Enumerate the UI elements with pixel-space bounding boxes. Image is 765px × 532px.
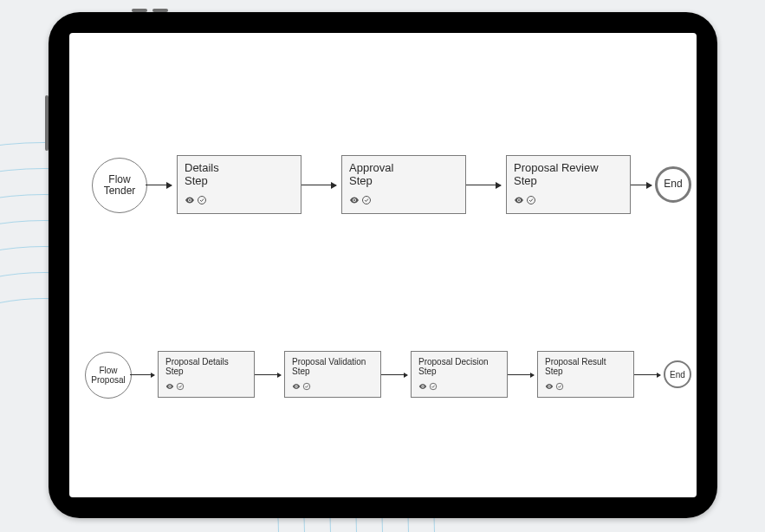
check-circle-icon — [429, 382, 438, 393]
step-title: Proposal Result — [545, 357, 606, 367]
check-circle-icon — [302, 382, 311, 393]
tablet-frame: Flow Tender Details Step Approval Step — [49, 12, 717, 518]
flow2-start-node[interactable]: Flow Proposal — [85, 352, 132, 399]
step-title: Proposal Validation — [292, 357, 366, 367]
eye-icon — [185, 195, 195, 208]
tablet-button — [152, 9, 168, 12]
step-subtitle: Step — [514, 174, 623, 187]
flow2-start-label: Flow Proposal — [86, 366, 131, 385]
flow2-step-proposal-validation[interactable]: Proposal Validation Step — [284, 351, 381, 398]
tablet-button — [132, 9, 147, 12]
svg-point-3 — [177, 383, 184, 390]
check-circle-icon — [361, 195, 372, 208]
flow2-end-label: End — [670, 370, 685, 380]
check-circle-icon — [176, 382, 185, 393]
step-subtitle: Step — [165, 367, 247, 376]
flow2-arrow-1 — [255, 374, 281, 375]
step-title: Proposal Decision — [418, 357, 489, 367]
eye-icon — [418, 382, 427, 393]
flow2-arrow-2 — [381, 374, 407, 375]
tablet-screen: Flow Tender Details Step Approval Step — [69, 33, 697, 497]
svg-point-6 — [556, 383, 563, 390]
step-title: Proposal Details — [165, 357, 229, 367]
check-circle-icon — [197, 195, 207, 208]
flow2-arrow-3 — [508, 374, 534, 375]
step-subtitle: Step — [545, 367, 626, 376]
flow1-arrow-1 — [301, 185, 336, 185]
flow1-arrow-2 — [466, 185, 501, 185]
eye-icon — [545, 382, 554, 393]
step-title: Approval — [349, 161, 393, 174]
step-title: Details — [185, 161, 219, 174]
flow2-step-proposal-details[interactable]: Proposal Details Step — [158, 351, 255, 398]
flow2-end-node[interactable]: End — [664, 360, 691, 388]
check-circle-icon — [555, 382, 564, 393]
flow2-step-proposal-result[interactable]: Proposal Result Step — [537, 351, 634, 398]
tablet-button — [45, 95, 49, 151]
flow1-arrow-3 — [631, 185, 652, 185]
flow1-step-proposal-review[interactable]: Proposal Review Step — [506, 155, 631, 214]
svg-point-4 — [303, 383, 310, 390]
flow1-end-node[interactable]: End — [655, 166, 691, 203]
step-subtitle: Step — [292, 367, 373, 376]
flow2-step-proposal-decision[interactable]: Proposal Decision Step — [411, 351, 508, 398]
step-subtitle: Step — [418, 367, 500, 376]
eye-icon — [514, 195, 524, 208]
svg-point-5 — [430, 383, 437, 390]
flow2-arrow-0 — [130, 374, 154, 375]
check-circle-icon — [526, 195, 536, 208]
step-subtitle: Step — [185, 174, 294, 187]
step-title: Proposal Review — [514, 161, 599, 174]
diagram-canvas: Flow Tender Details Step Approval Step — [69, 33, 697, 497]
flow1-step-details[interactable]: Details Step — [177, 155, 301, 214]
flow1-step-approval[interactable]: Approval Step — [341, 155, 466, 214]
flow1-arrow-0 — [146, 185, 172, 185]
svg-point-1 — [363, 197, 371, 204]
step-subtitle: Step — [349, 174, 458, 187]
svg-point-0 — [198, 197, 206, 204]
flow1-end-label: End — [664, 178, 682, 190]
eye-icon — [292, 382, 301, 393]
flow2-arrow-4 — [634, 374, 660, 375]
eye-icon — [165, 382, 174, 393]
flow1-start-label: Flow Tender — [93, 174, 146, 197]
flow1-start-node[interactable]: Flow Tender — [92, 158, 147, 213]
eye-icon — [349, 195, 360, 208]
svg-point-2 — [528, 197, 535, 204]
